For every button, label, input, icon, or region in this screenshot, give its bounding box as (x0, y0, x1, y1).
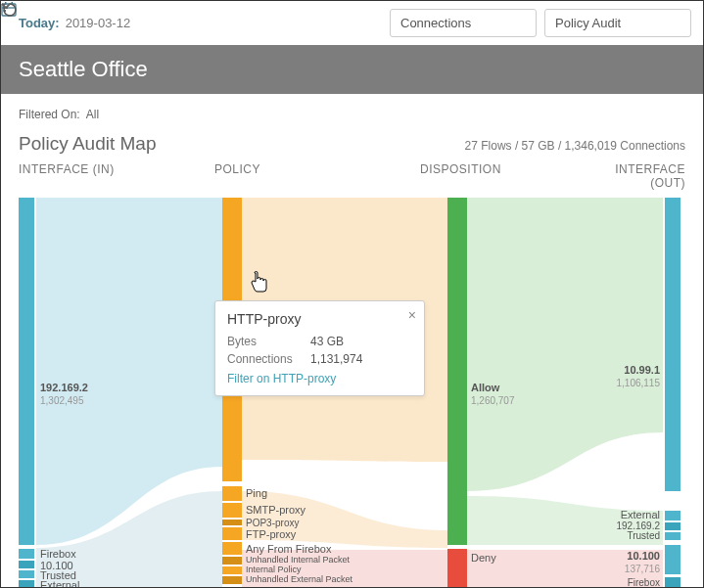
tooltip-bytes-label: Bytes (227, 335, 310, 348)
svg-rect-19 (447, 198, 467, 545)
out-1099-label[interactable]: 10.99.11,106,115 (617, 364, 661, 388)
data-type-dropdown[interactable]: Connections (390, 9, 537, 37)
map-stats: 27 Flows / 57 GB / 1,346,019 Connections (465, 139, 685, 153)
col-disposition: DISPOSITION (420, 162, 577, 190)
svg-rect-26 (665, 577, 681, 587)
out-firebox-label[interactable]: Firebox (628, 577, 660, 588)
tooltip-title: HTTP-proxy (227, 311, 412, 327)
svg-rect-18 (222, 576, 242, 584)
pol-unhext-label[interactable]: Unhandled External Packet (246, 574, 352, 584)
date-value: 2019-03-12 (66, 16, 131, 30)
pol-intpol-label[interactable]: Internal Policy (246, 565, 302, 574)
svg-rect-5 (19, 198, 34, 545)
svg-rect-25 (665, 545, 681, 574)
in-main-label[interactable]: 192.169.21,302,495 (40, 382, 88, 406)
disp-allow-label[interactable]: Allow1,260,707 (471, 382, 515, 406)
pol-smtp-label[interactable]: SMTP-proxy (246, 504, 305, 517)
dropdown-label: Connections (400, 16, 471, 30)
svg-rect-20 (447, 549, 467, 588)
svg-rect-13 (222, 520, 242, 525)
date-label: Today: (19, 16, 60, 30)
in-external-label[interactable]: External (40, 579, 79, 588)
date-picker[interactable]: Today: 2019-03-12 (13, 16, 136, 30)
svg-rect-11 (222, 486, 242, 501)
out-external-label[interactable]: External (621, 509, 660, 521)
filter-label: Filtered On: (19, 108, 80, 121)
content: Filtered On: All Policy Audit Map 27 Flo… (1, 94, 703, 588)
tooltip-bytes-value: 43 GB (310, 335, 344, 348)
filter-value: All (86, 108, 99, 121)
close-icon[interactable]: × (408, 307, 416, 323)
filter-info: Filtered On: All (19, 108, 685, 121)
map-title: Policy Audit Map (19, 133, 156, 155)
pol-ping-label[interactable]: Ping (246, 487, 267, 500)
refresh-button[interactable] (358, 12, 382, 35)
tooltip-filter-link[interactable]: Filter on HTTP-proxy (227, 372, 412, 385)
pol-pop3-label[interactable]: POP3-proxy (246, 518, 299, 529)
col-interface-in: INTERFACE (IN) (19, 162, 214, 190)
svg-rect-12 (222, 503, 242, 518)
node-tooltip: × HTTP-proxy Bytes43 GB Connections1,131… (214, 300, 425, 396)
app-frame: Today: 2019-03-12 Connections Policy Aud… (0, 0, 704, 588)
map-header: Policy Audit Map 27 Flows / 57 GB / 1,34… (19, 133, 685, 155)
out-trusted-label[interactable]: Trusted (627, 530, 660, 542)
svg-rect-14 (222, 527, 242, 540)
svg-rect-6 (19, 549, 34, 559)
view-dropdown[interactable]: Policy Audit (544, 9, 691, 37)
svg-rect-15 (222, 542, 242, 555)
disp-deny-label[interactable]: Deny (471, 552, 496, 565)
topbar: Today: 2019-03-12 Connections Policy Aud… (1, 1, 703, 45)
sankey-chart[interactable]: × HTTP-proxy Bytes43 GB Connections1,131… (19, 198, 685, 588)
in-firebox-label[interactable]: Firebox (40, 548, 76, 561)
svg-rect-24 (665, 532, 681, 540)
svg-rect-23 (665, 522, 681, 530)
svg-rect-8 (19, 570, 34, 578)
svg-rect-21 (665, 198, 681, 491)
svg-rect-9 (19, 580, 34, 588)
svg-rect-7 (19, 561, 34, 568)
col-policy: POLICY (214, 162, 420, 190)
svg-rect-16 (222, 557, 242, 565)
pol-ftp-label[interactable]: FTP-proxy (246, 528, 296, 541)
tooltip-conn-label: Connections (227, 352, 310, 366)
col-interface-out: INTERFACE (OUT) (577, 162, 685, 190)
pol-unhint-label[interactable]: Unhandled Internal Packet (246, 555, 350, 565)
column-headers: INTERFACE (IN) POLICY DISPOSITION INTERF… (19, 162, 685, 190)
tooltip-conn-value: 1,131,974 (310, 352, 362, 366)
dropdown-label: Policy Audit (555, 16, 621, 30)
svg-rect-22 (665, 511, 681, 520)
page-title: Seattle Office (1, 45, 703, 94)
out-10100-label[interactable]: 10.100137,716 (625, 550, 660, 574)
svg-rect-17 (222, 566, 242, 574)
pol-any-label[interactable]: Any From Firebox (246, 543, 331, 556)
